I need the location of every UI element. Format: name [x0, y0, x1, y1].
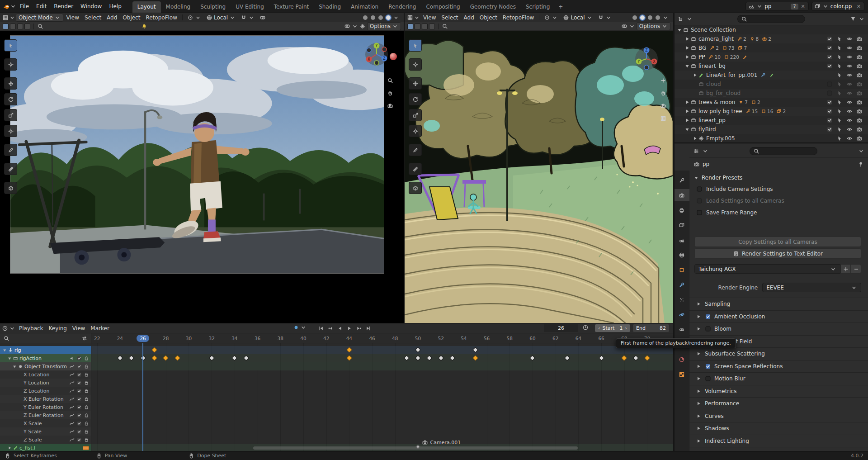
tool-scale-button[interactable]: [4, 109, 17, 121]
orientation-dropdown[interactable]: Local: [204, 14, 238, 21]
mode-dropdown[interactable]: Object Mode: [16, 14, 63, 22]
select-mode-tweak[interactable]: [407, 24, 413, 29]
channel-rigaction[interactable]: rigAction: [0, 354, 91, 362]
lock-icon[interactable]: [84, 380, 90, 386]
tool-transform-button[interactable]: [409, 125, 422, 137]
chk-dark-icon[interactable]: [826, 63, 833, 69]
menu-select[interactable]: Select: [82, 14, 104, 22]
viewport-canvas[interactable]: [405, 31, 673, 323]
properties-tab-output[interactable]: [675, 204, 689, 216]
workspace-tab-rendering[interactable]: Rendering: [383, 1, 421, 13]
chk-dark-icon[interactable]: [826, 108, 833, 114]
fcurve-icon[interactable]: [69, 413, 75, 418]
shading-wireframe-icon[interactable]: [632, 15, 637, 20]
chk-dark-icon[interactable]: [826, 117, 833, 123]
tri-d-icon[interactable]: [2, 347, 8, 353]
speaker-icon[interactable]: [69, 356, 75, 361]
chk-off-icon[interactable]: [696, 186, 703, 192]
button-copy-settings-to-all-cameras[interactable]: Copy Settings to all Cameras: [694, 237, 861, 247]
timeline-ruler[interactable]: 26 2224262830323436384042444648505254565…: [0, 333, 673, 343]
chk-dark-icon[interactable]: [826, 54, 833, 60]
scene-unlink-button[interactable]: ✕: [800, 4, 806, 9]
gizmos-icon[interactable]: [359, 23, 366, 29]
chevron-down-icon[interactable]: [662, 14, 669, 21]
chevron-down-icon[interactable]: [414, 14, 420, 21]
proportional-edit-button[interactable]: [257, 14, 268, 21]
camera-icon[interactable]: [856, 108, 863, 114]
pointer-icon[interactable]: [836, 117, 843, 123]
chk-dark-icon[interactable]: [76, 364, 82, 370]
preset-add-button[interactable]: [840, 264, 851, 274]
tri-d-icon[interactable]: [12, 364, 18, 370]
outliner-row-lineart-pp[interactable]: lineart_pp: [675, 116, 868, 125]
editor-type-icon[interactable]: [2, 14, 9, 21]
section-screen-space-reflections[interactable]: Screen Space Reflections: [689, 360, 868, 373]
menu-add[interactable]: Add: [104, 14, 120, 22]
lock-icon[interactable]: [84, 413, 90, 418]
use-preview-range-toggle[interactable]: [582, 324, 589, 331]
section-ambient-occlusion[interactable]: Ambient Occlusion: [689, 311, 868, 323]
workspace-tab-modeling[interactable]: Modeling: [161, 1, 196, 13]
tool-move-button[interactable]: [409, 77, 422, 90]
channel-rig[interactable]: rig: [0, 346, 91, 354]
fcurve-icon[interactable]: [69, 421, 75, 427]
pin-icon[interactable]: [858, 161, 864, 167]
outliner-row-scene-collection[interactable]: Scene Collection: [675, 25, 868, 34]
prop-check-save-frame-range[interactable]: Save Frame Range: [689, 207, 868, 218]
tool-select-button[interactable]: [4, 39, 17, 52]
tri-r-icon[interactable]: [684, 117, 690, 123]
chk-dark-icon[interactable]: [76, 396, 82, 402]
chk-dark-icon[interactable]: [76, 356, 82, 361]
select-mode-lasso[interactable]: [24, 24, 30, 29]
options-dropdown[interactable]: Options: [367, 22, 401, 30]
next-keyframe-button[interactable]: [354, 324, 363, 332]
scene-selector[interactable]: pp 7 ✕: [745, 2, 809, 11]
select-mode-circle[interactable]: [17, 24, 23, 29]
chevron-down-icon[interactable]: [686, 16, 693, 22]
orientation-dropdown[interactable]: Local: [561, 14, 594, 21]
eye-icon[interactable]: [846, 36, 853, 42]
properties-tab-particles[interactable]: [675, 294, 689, 306]
editor-type-icon[interactable]: [407, 14, 413, 21]
eye-icon[interactable]: [846, 81, 853, 87]
channel-x-scale[interactable]: X Scale: [0, 419, 91, 427]
channel-y-euler-rotation[interactable]: Y Euler Rotation: [0, 403, 91, 411]
chk-dark-icon[interactable]: [826, 36, 833, 42]
outliner-row-cloud[interactable]: cloud: [675, 80, 868, 89]
properties-tab-tool[interactable]: [675, 174, 689, 186]
eye-icon[interactable]: [846, 99, 853, 105]
lock-icon[interactable]: [84, 396, 90, 402]
camera-icon[interactable]: [856, 117, 863, 123]
fcurve-icon[interactable]: [69, 380, 75, 386]
section-indirect-lighting[interactable]: Indirect Lighting: [689, 435, 868, 448]
pan-hand-icon[interactable]: [387, 90, 393, 96]
tool-rotate-button[interactable]: [409, 93, 422, 105]
pointer-icon[interactable]: [836, 72, 843, 78]
tri-r-icon[interactable]: [695, 363, 702, 370]
fcurve-icon[interactable]: [69, 364, 75, 370]
pointer-icon[interactable]: [836, 63, 843, 69]
menu-object[interactable]: Object: [477, 14, 500, 22]
properties-tab-constraints[interactable]: [675, 323, 689, 336]
menu-render[interactable]: Render: [50, 2, 77, 11]
tri-r-icon[interactable]: [695, 351, 702, 357]
swap-icon[interactable]: [81, 335, 88, 341]
workspace-tab-animation[interactable]: Animation: [346, 1, 383, 13]
select-mode-tweak[interactable]: [3, 24, 9, 29]
channel-x-location[interactable]: X Location: [0, 370, 91, 379]
tri-r-icon[interactable]: [695, 425, 702, 432]
properties-tab-material[interactable]: [675, 353, 689, 365]
section-shadows[interactable]: Shadows: [689, 422, 868, 435]
tri-d-icon[interactable]: [7, 356, 13, 361]
overlays-icon[interactable]: [344, 23, 350, 29]
chk-dark-icon[interactable]: [76, 372, 82, 378]
prop-check-include-camera-settings[interactable]: Include Camera Settings: [689, 183, 868, 195]
camera-icon[interactable]: [856, 63, 863, 69]
fcurve-icon[interactable]: [69, 437, 75, 443]
outliner-row-camera-light[interactable]: camera_light282: [675, 34, 868, 43]
tool-add-cube-button[interactable]: [409, 182, 422, 194]
workspace-tab-texture-paint[interactable]: Texture Paint: [269, 1, 314, 13]
menu-view[interactable]: View: [70, 324, 88, 332]
fcurve-icon[interactable]: [69, 372, 75, 378]
pointer-icon[interactable]: [836, 90, 843, 96]
